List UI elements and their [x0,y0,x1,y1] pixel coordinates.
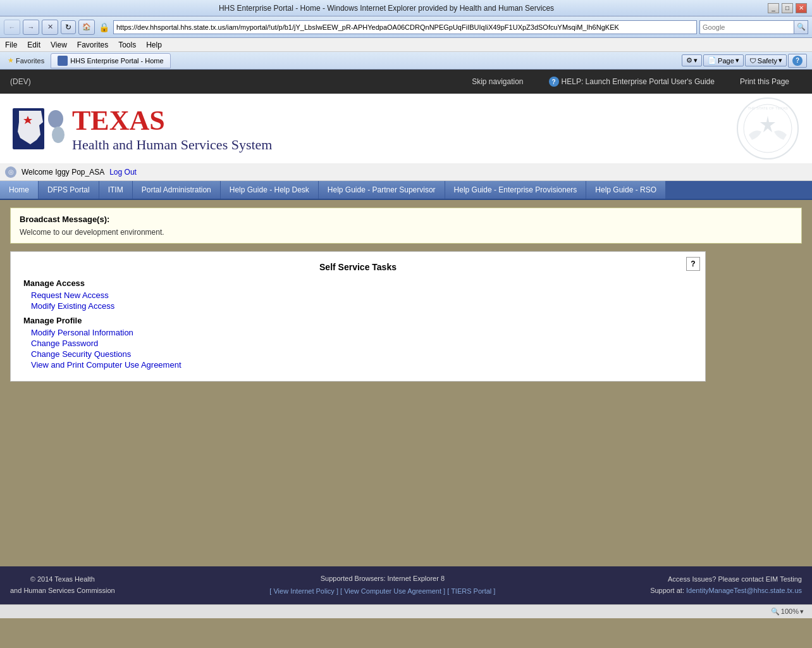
modify-existing-access-link[interactable]: Modify Existing Access [31,301,692,311]
menu-file[interactable]: File [3,40,20,49]
page-icon: 📄 [708,56,717,65]
tab-portal-admin[interactable]: Portal Administration [133,181,221,199]
tab-title: HHS Enterprise Portal - Home [70,57,163,65]
user-icon: ◎ [5,166,16,178]
menu-bar: File Edit View Favorites Tools Help [0,38,812,52]
broadcast-title: Broadcast Message(s): [20,215,792,224]
browser-tab[interactable]: HHS Enterprise Portal - Home [51,53,170,68]
close-button[interactable]: ✕ [796,3,807,13]
help-circle-icon: ? [549,77,559,87]
tab-itim[interactable]: ITIM [99,181,133,199]
zoom-chevron: ▾ [800,608,804,616]
zoom-control[interactable]: 🔍 100% ▾ [768,607,807,616]
back-button[interactable]: ← [4,20,20,35]
menu-favorites[interactable]: Favorites [75,40,111,49]
svg-point-3 [48,110,63,128]
texas-seal: THE STATE OF TEXAS [736,97,799,160]
refresh-button[interactable]: ↻ [61,20,76,34]
status-bar: 🔍 100% ▾ [0,604,812,618]
tab-home[interactable]: Home [0,181,39,199]
browser-tools-area: ⚙ ▾ 📄 Page ▾ 🛡 Safety ▾ ? [682,54,807,68]
header-banner: TEXAS Health and Human Services System T… [0,94,812,163]
favorites-bar: ★ Favorites HHS Enterprise Portal - Home… [0,52,812,70]
tab-help-enterprise-provisioners[interactable]: Help Guide - Enterprise Provisioners [445,181,587,199]
broadcast-message: Welcome to our development environment. [20,228,792,237]
print-link[interactable]: Print this Page [727,77,802,86]
browser-titlebar: HHS Enterprise Portal - Home - Windows I… [0,0,812,16]
top-navigation: (DEV) Skip navigation ? HELP: Launch Ent… [0,70,812,94]
tools-chevron: ▾ [694,56,698,65]
help-link[interactable]: ? HELP: Launch Enterprise Portal User's … [536,77,727,87]
page-chevron: ▾ [735,56,739,65]
modify-personal-info-link[interactable]: Modify Personal Information [31,328,692,337]
minimize-button[interactable]: _ [768,3,779,13]
tab-help-helpdesk[interactable]: Help Guide - Help Desk [221,181,319,199]
restore-button[interactable]: □ [782,3,793,13]
dev-label: (DEV) [10,77,31,86]
view-internet-policy-link[interactable]: [ View Internet Policy ] [269,587,338,595]
skip-navigation-link[interactable]: Skip navigation [459,77,536,86]
main-content: Broadcast Message(s): Welcome to our dev… [0,200,812,389]
status-bar-right: 🔍 100% ▾ [768,607,807,616]
broadcast-box: Broadcast Message(s): Welcome to our dev… [10,208,802,244]
request-new-access-link[interactable]: Request New Access [31,290,692,300]
menu-tools[interactable]: Tools [116,40,138,49]
search-go-button[interactable]: 🔍 [794,20,808,34]
welcome-text: Welcome Iggy Pop_ASA [22,168,104,177]
forward-button[interactable]: → [23,20,39,35]
page-wrapper: (DEV) Skip navigation ? HELP: Launch Ent… [0,70,812,604]
support-email-link[interactable]: IdentityManageTest@hhsc.state.tx.us [686,587,802,594]
help-circle-icon: ? [792,56,803,66]
footer-right: Access Issues? Please contact EIM Testin… [650,574,802,596]
menu-edit[interactable]: Edit [25,40,43,49]
footer-center: Supported Browsers: Internet Explorer 8 … [269,573,495,598]
change-password-link[interactable]: Change Password [31,339,692,348]
header-text: TEXAS Health and Human Services System [72,104,273,153]
tools-icon: ⚙ [686,56,692,65]
favorites-label: Favorites [16,57,44,65]
tab-help-rso[interactable]: Help Guide - RSO [586,181,666,199]
tab-favicon [58,56,68,66]
self-service-box: Self Service Tasks ? Manage Access Reque… [10,251,706,382]
page-footer: © 2014 Texas Health and Human Services C… [0,566,812,604]
manage-access-heading: Manage Access [23,278,692,288]
window-controls: _ □ ✕ [768,3,807,13]
menu-view[interactable]: View [48,40,70,49]
search-input[interactable] [699,20,794,34]
address-bar[interactable] [113,20,697,34]
svg-marker-8 [760,116,775,132]
change-security-questions-link[interactable]: Change Security Questions [31,349,692,359]
home-button[interactable]: 🏠 [78,20,95,35]
page-button[interactable]: 📄 Page ▾ [703,54,744,66]
header-subtitle: Health and Human Services System [72,137,273,153]
footer-copyright: © 2014 Texas Health and Human Services C… [10,574,115,596]
tab-dfps-portal[interactable]: DFPS Portal [39,181,99,199]
svg-point-4 [52,127,65,143]
manage-profile-heading: Manage Profile [23,316,692,325]
logout-link[interactable]: Log Out [109,168,137,177]
stop-button[interactable]: ✕ [42,20,58,35]
tiers-portal-link[interactable]: [ TIERS Portal ] [447,587,495,595]
favorites-button[interactable]: ★ Favorites [5,55,47,66]
tools-button[interactable]: ⚙ ▾ [682,54,702,66]
browser-title: HHS Enterprise Portal - Home - Windows I… [5,4,768,13]
zoom-icon: 🔍 [771,608,780,616]
user-bar: ◎ Welcome Iggy Pop_ASA Log Out [0,163,812,181]
menu-help[interactable]: Help [144,40,164,49]
footer-computer-use-link[interactable]: [ View Computer Use Agreement ] [340,587,445,595]
safety-icon: 🛡 [749,57,756,65]
svg-text:THE STATE OF TEXAS: THE STATE OF TEXAS [747,106,787,110]
help-tools-button[interactable]: ? [788,54,807,68]
logo-area: TEXAS Health and Human Services System [13,103,273,154]
view-computer-use-link[interactable]: View and Print Computer Use Agreement [31,360,692,370]
star-icon: ★ [8,56,14,65]
help-badge[interactable]: ? [686,257,700,271]
navigation-tabs: Home DFPS Portal ITIM Portal Administrat… [0,181,812,200]
self-service-title: Self Service Tasks [23,262,692,272]
texas-map-icon [13,103,70,154]
tab-help-partner-supervisor[interactable]: Help Guide - Partner Supervisor [319,181,445,199]
safety-chevron: ▾ [778,56,782,65]
safety-button[interactable]: 🛡 Safety ▾ [745,54,787,66]
lock-icon: 🔒 [99,22,109,32]
zoom-level: 100% [781,608,799,615]
